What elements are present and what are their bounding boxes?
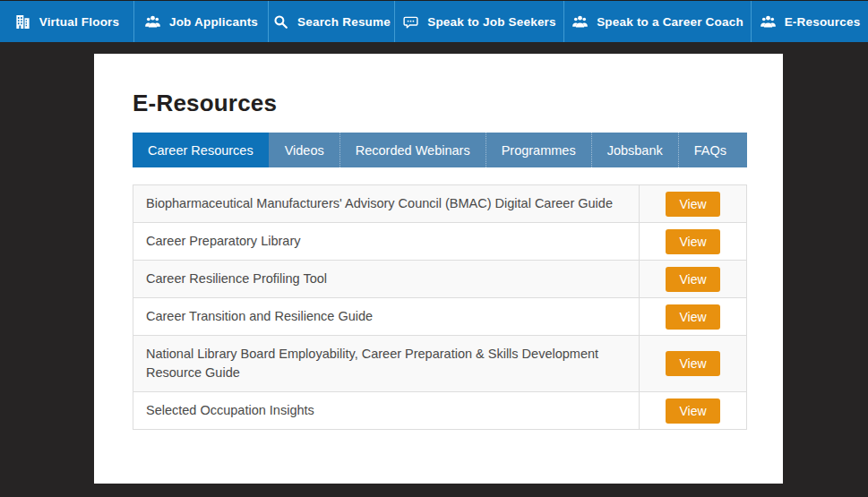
chat-icon xyxy=(402,13,419,30)
resource-title: Career Preparatory Library xyxy=(133,223,639,260)
nav-item[interactable]: Search Resume xyxy=(268,1,394,42)
resource-action-cell: View xyxy=(639,298,746,335)
view-button[interactable]: View xyxy=(666,267,719,292)
resource-title: National Library Board Employability, Ca… xyxy=(133,336,639,391)
screen: Virtual Floors Job Applicants Search Res… xyxy=(0,0,868,497)
table-row: National Library Board Employability, Ca… xyxy=(133,335,746,391)
nav-item-label: Speak to Job Seekers xyxy=(427,15,556,29)
tab-bar: Career ResourcesVideosRecorded WebinarsP… xyxy=(133,133,747,167)
resources-table: Biopharmaceutical Manufacturers' Advisor… xyxy=(133,184,747,430)
search-icon xyxy=(272,13,289,30)
nav-item-label: Speak to a Career Coach xyxy=(597,15,743,29)
resource-action-cell: View xyxy=(639,336,746,391)
resource-action-cell: View xyxy=(639,185,746,222)
resource-title: Career Resilience Profiling Tool xyxy=(133,261,639,297)
resource-action-cell: View xyxy=(639,223,746,260)
resource-title: Selected Occupation Insights xyxy=(133,392,639,429)
resource-action-cell: View xyxy=(639,392,746,429)
content-card: E-Resources Career ResourcesVideosRecord… xyxy=(94,54,783,484)
nav-item[interactable]: Virtual Floors xyxy=(0,1,133,42)
tab[interactable]: Recorded Webinars xyxy=(339,133,486,167)
nav-item[interactable]: Speak to Job Seekers xyxy=(394,1,563,42)
tab[interactable]: Career Resources xyxy=(133,133,269,167)
nav-item-label: E-Resources xyxy=(785,15,861,29)
table-row: Biopharmaceutical Manufacturers' Advisor… xyxy=(133,185,746,222)
view-button[interactable]: View xyxy=(666,351,719,376)
resource-action-cell: View xyxy=(639,261,746,297)
nav-item-label: Virtual Floors xyxy=(39,15,120,29)
view-button[interactable]: View xyxy=(666,192,719,217)
view-button[interactable]: View xyxy=(666,229,719,254)
top-navigation: Virtual Floors Job Applicants Search Res… xyxy=(0,0,868,42)
nav-item[interactable]: E-Resources xyxy=(751,1,868,42)
nav-item[interactable]: Job Applicants xyxy=(133,1,268,42)
view-button[interactable]: View xyxy=(666,304,719,330)
page-title: E-Resources xyxy=(133,90,747,117)
people-icon xyxy=(144,13,161,30)
resource-title: Career Transition and Resilience Guide xyxy=(133,298,639,335)
tab[interactable]: FAQs xyxy=(678,133,742,167)
tab[interactable]: Programmes xyxy=(486,133,591,167)
nav-item-label: Job Applicants xyxy=(169,15,258,29)
table-row: Selected Occupation Insights View xyxy=(133,391,746,429)
tab[interactable]: Videos xyxy=(269,133,339,167)
tab[interactable]: Jobsbank xyxy=(591,133,678,167)
resource-title: Biopharmaceutical Manufacturers' Advisor… xyxy=(133,185,639,222)
table-row: Career Preparatory Library View xyxy=(133,222,746,260)
nav-item[interactable]: Speak to a Career Coach xyxy=(563,1,751,42)
people-icon xyxy=(760,13,777,30)
table-row: Career Transition and Resilience Guide V… xyxy=(133,297,746,335)
building-icon xyxy=(14,13,31,30)
table-row: Career Resilience Profiling Tool View xyxy=(133,260,746,297)
nav-item-label: Search Resume xyxy=(297,15,391,29)
view-button[interactable]: View xyxy=(666,398,719,424)
people-icon xyxy=(572,13,589,30)
